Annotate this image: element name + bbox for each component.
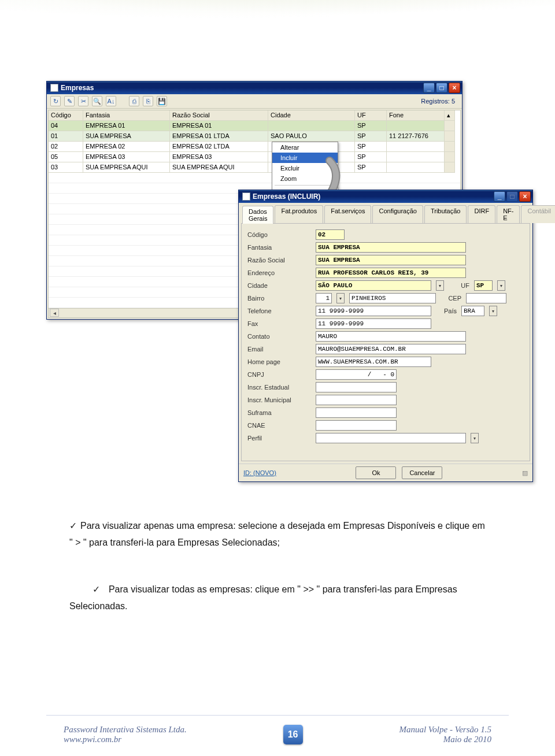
homepage-field[interactable] (316, 357, 431, 367)
table-row[interactable]: 03SUA EMPRESA AQUISUA EMPRESA AQUISP (49, 162, 460, 173)
titlebar[interactable]: Empresas _ □ × (47, 81, 462, 94)
label-codigo: Código (247, 231, 311, 238)
titlebar-incluir[interactable]: Empresas (INCLUIR) _ □ × (239, 190, 532, 203)
status-bar: ID: (NOVO) Ok Cancelar ▨ (239, 464, 532, 481)
tab-contabil: Contábil (521, 205, 555, 223)
contato-field[interactable] (316, 331, 466, 342)
tab-dados-gerais[interactable]: Dados Gerais (242, 206, 273, 224)
page-number: 16 (283, 725, 303, 744)
status-id: ID: (NOVO) (243, 469, 276, 476)
label-homepage: Home page (247, 358, 311, 365)
print-icon[interactable]: ⎙ (129, 96, 139, 106)
cnpj-field[interactable] (316, 369, 397, 380)
tab-dirf[interactable]: DIRF (468, 205, 495, 223)
cancel-button[interactable]: Cancelar (402, 466, 442, 479)
pais-field[interactable] (461, 306, 484, 316)
telefone-field[interactable] (316, 306, 431, 316)
maximize-button[interactable]: □ (506, 191, 518, 202)
menu-alterar[interactable]: Alterar (272, 142, 338, 153)
check-icon: ✓ (92, 584, 100, 594)
tab-nfe[interactable]: NF-E (497, 205, 520, 223)
label-cnae: CNAE (247, 422, 311, 429)
label-cnpj: CNPJ (247, 371, 311, 378)
footer-url: www.pwi.com.br (64, 735, 187, 744)
scroll-up-icon[interactable]: ▴ (445, 110, 455, 121)
record-count: Registros: 5 (421, 98, 458, 105)
tab-fat-produtos[interactable]: Fat.produtos (275, 205, 323, 223)
tab-configuracao[interactable]: Configuração (372, 205, 423, 223)
label-inscr-est: Inscr. Estadual (247, 384, 311, 391)
tab-bar: Dados Gerais Fat.produtos Fat.serviços C… (239, 203, 532, 223)
codigo-field[interactable] (316, 229, 345, 240)
search-icon[interactable]: 🔍 (92, 96, 102, 106)
printall-icon[interactable]: ⎘ (143, 96, 153, 106)
suframa-field[interactable] (316, 407, 397, 418)
label-bairro: Bairro (247, 295, 311, 302)
inscr-mun-field[interactable] (316, 395, 397, 405)
app-icon (242, 192, 250, 201)
cnae-field[interactable] (316, 420, 397, 431)
check-icon: ✓ (69, 521, 77, 531)
menu-incluir[interactable]: Incluir (272, 153, 338, 163)
table-row[interactable]: 02EMPRESA 02EMPRESA 02 LTDASP (49, 142, 460, 152)
app-icon (50, 84, 58, 92)
email-field[interactable] (316, 344, 466, 354)
label-endereco: Endereço (247, 269, 311, 276)
perfil-dropdown-icon[interactable]: ▾ (471, 433, 479, 443)
label-inscr-mun: Inscr. Municipal (247, 396, 311, 403)
resize-grip-icon[interactable]: ▨ (522, 469, 528, 477)
find-icon[interactable]: ✂ (78, 96, 88, 106)
cep-field[interactable] (466, 293, 506, 303)
menu-zoom[interactable]: Zoom (272, 173, 338, 184)
label-razao: Razão Social (247, 257, 311, 264)
table-row[interactable]: 05EMPRESA 03EMPRESA 03SP (49, 152, 460, 162)
save-icon[interactable]: 💾 (157, 96, 167, 106)
scroll-left-icon[interactable]: ◂ (50, 309, 59, 317)
toolbar: ↻ ✎ ✂ 🔍 A↓ ⎙ ⎘ 💾 Registros: 5 (47, 94, 462, 109)
refresh-icon[interactable]: ↻ (50, 96, 61, 106)
fantasia-field[interactable] (316, 242, 466, 253)
pais-lookup-icon[interactable]: ▾ (489, 306, 497, 316)
label-email: Email (247, 346, 311, 353)
cidade-lookup-icon[interactable]: ▾ (436, 280, 444, 291)
label-cep: CEP (444, 295, 461, 302)
ok-button[interactable]: Ok (356, 466, 396, 479)
footer-company: Password Interativa Sistemas Ltda. (64, 725, 187, 735)
sort-icon[interactable]: A↓ (106, 96, 116, 106)
razao-field[interactable] (316, 255, 466, 265)
label-fax: Fax (247, 320, 311, 327)
close-button[interactable]: × (519, 191, 531, 202)
close-button[interactable]: × (449, 83, 460, 93)
label-suframa: Suframa (247, 409, 311, 416)
form-dados-gerais: Código Fantasia Razão Social Endereço Ci… (241, 223, 530, 461)
uf-field[interactable] (474, 280, 493, 291)
bairro-code-field[interactable] (316, 293, 332, 303)
label-contato: Contato (247, 333, 311, 340)
empresas-incluir-window: Empresas (INCLUIR) _ □ × Dados Gerais Fa… (238, 190, 533, 482)
cidade-field[interactable] (316, 280, 431, 291)
endereco-field[interactable] (316, 268, 466, 278)
paragraph-1: ✓Para visualizar apenas uma empresa: sel… (69, 518, 486, 551)
paragraph-2: ✓ Para visualizar todas as empresas: cli… (69, 581, 486, 615)
label-fantasia: Fantasia (247, 244, 311, 251)
minimize-button[interactable]: _ (494, 191, 505, 202)
bairro-lookup-icon[interactable]: ▾ (336, 293, 345, 303)
perfil-field[interactable] (316, 433, 466, 443)
table-row[interactable]: 01SUA EMPRESAEMPRESA 01 LTDASAO PAULOSP1… (49, 131, 460, 142)
label-cidade: Cidade (247, 282, 311, 289)
tab-tributacao[interactable]: Tributação (424, 205, 467, 223)
bairro-field[interactable] (349, 293, 436, 303)
minimize-button[interactable]: _ (423, 83, 435, 93)
menu-excluir[interactable]: Excluir (272, 163, 338, 173)
inscr-est-field[interactable] (316, 382, 397, 392)
tab-fat-servicos[interactable]: Fat.serviços (324, 205, 371, 223)
uf-lookup-icon[interactable]: ▾ (497, 280, 505, 291)
footer-manual: Manual Volpe - Versão 1.5 (399, 725, 491, 735)
fax-field[interactable] (316, 318, 431, 329)
new-icon[interactable]: ✎ (64, 96, 75, 106)
maximize-button[interactable]: □ (436, 83, 447, 93)
label-pais: País (439, 307, 457, 314)
page-footer: Password Interativa Sistemas Ltda. www.p… (0, 725, 555, 744)
footer-date: Maio de 2010 (399, 735, 491, 744)
table-row[interactable]: 04EMPRESA 01EMPRESA 01SP (49, 121, 460, 131)
